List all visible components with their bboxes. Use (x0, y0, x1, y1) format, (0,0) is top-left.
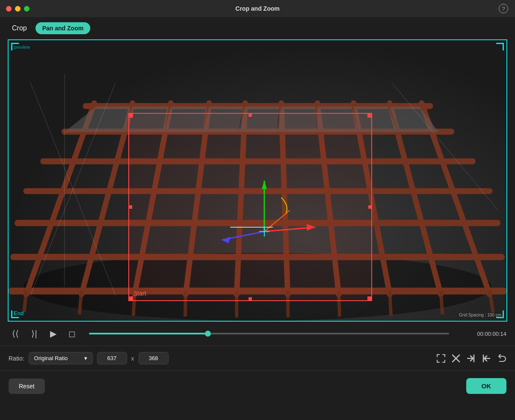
scrubber-thumb[interactable] (205, 331, 211, 337)
preview-area[interactable]: Start preview End Grid Spacing : 100 cm (8, 39, 507, 322)
trim-end-button[interactable] (466, 354, 476, 363)
crop-handle-tl[interactable] (129, 113, 133, 118)
crop-handle-tr[interactable] (367, 113, 372, 118)
back-arrow-button[interactable] (497, 354, 506, 363)
crop-handle-bl[interactable] (129, 296, 133, 301)
titlebar: Crop and Zoom ? (0, 0, 515, 17)
preview-label: preview (14, 44, 30, 50)
svg-line-27 (24, 291, 26, 312)
playback-toolbar: ⟨⟨ ⟩| ▶ ◻ 00:00:00:14 (0, 322, 515, 346)
border-corner-tr (496, 43, 504, 50)
timecode-display: 00:00:00:14 (459, 331, 506, 337)
close-button[interactable] (6, 6, 12, 12)
window-controls (6, 6, 30, 12)
scrubber-track[interactable] (89, 333, 449, 334)
ratio-select-value: Original Ratio (34, 355, 68, 361)
tabbar: Crop Pan and Zoom (0, 17, 515, 39)
width-input[interactable]: 637 (97, 352, 127, 364)
start-label: Start (133, 290, 146, 297)
minimize-button[interactable] (15, 6, 21, 12)
ratio-icons (436, 354, 506, 363)
svg-marker-26 (390, 106, 438, 132)
svg-line-28 (80, 291, 82, 314)
stop-button[interactable]: ◻ (65, 327, 79, 340)
window-title: Crop and Zoom (235, 5, 279, 12)
reset-button[interactable]: Reset (9, 379, 45, 394)
crop-handle-bottom[interactable] (249, 297, 252, 301)
fullscreen-icon-button[interactable] (436, 354, 446, 363)
end-label: End (14, 310, 24, 316)
scrubber-container[interactable] (89, 333, 449, 334)
play-button[interactable]: ▶ (46, 327, 60, 340)
scrubber-fill (89, 333, 208, 334)
bottom-bar: Reset OK (0, 370, 515, 401)
svg-line-35 (441, 291, 442, 314)
crop-handle-br[interactable] (367, 296, 372, 301)
trim-start-button[interactable] (482, 354, 491, 363)
help-button[interactable]: ? (499, 4, 508, 13)
tab-panzoom[interactable]: Pan and Zoom (36, 22, 90, 34)
close-x-button[interactable] (452, 354, 460, 363)
maximize-button[interactable] (24, 6, 30, 12)
crop-handle-top[interactable] (249, 113, 252, 117)
svg-line-34 (390, 291, 391, 316)
ratio-label: Ratio: (9, 355, 24, 362)
crop-handle-right[interactable] (368, 205, 372, 209)
ratio-bar: Ratio: Original Ratio ▾ 637 x 368 (0, 346, 515, 370)
chevron-down-icon: ▾ (84, 355, 87, 361)
crop-rectangle[interactable]: Start (128, 113, 372, 301)
crop-handle-left[interactable] (129, 205, 132, 209)
ok-button[interactable]: OK (466, 378, 507, 394)
grid-spacing-label: Grid Spacing : 100 cm (459, 313, 501, 317)
step-back-button[interactable]: ⟩| (27, 327, 41, 340)
ratio-select-dropdown[interactable]: Original Ratio ▾ (29, 352, 93, 364)
x-separator: x (131, 355, 134, 362)
height-input[interactable]: 368 (139, 352, 169, 364)
tab-crop[interactable]: Crop (9, 23, 30, 34)
back-to-start-button[interactable]: ⟨⟨ (9, 327, 22, 340)
